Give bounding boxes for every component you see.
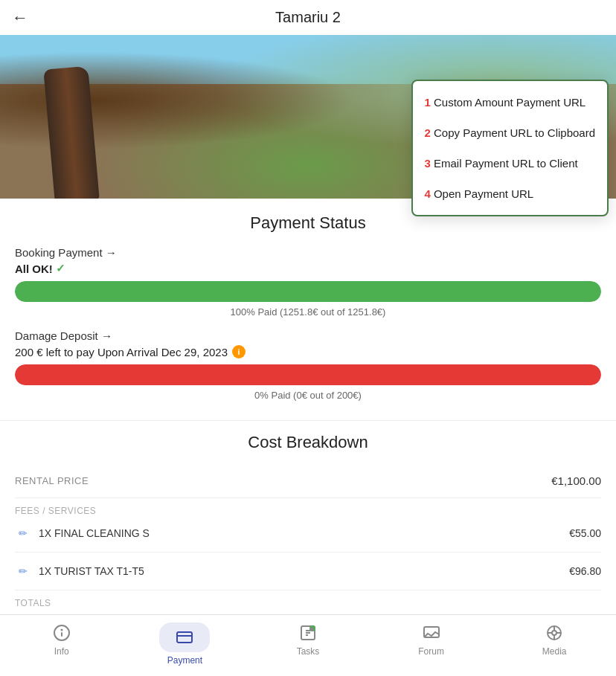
fees-label: FEES / SERVICES (15, 501, 601, 518)
fee-value-1: €55.00 (569, 527, 601, 539)
nav-item-payment[interactable]: Payment (123, 622, 247, 666)
tasks-nav-label: Tasks (297, 646, 320, 657)
rental-price-value: €1,100.00 (551, 474, 601, 487)
dropdown-item-2[interactable]: 2 Copy Payment URL to Clipboard (413, 118, 607, 148)
payment-status-section: Payment Status Booking Payment → All OK!… (0, 199, 616, 420)
nav-item-tasks[interactable]: 3 Tasks (246, 622, 370, 666)
info-nav-icon (51, 622, 72, 643)
payment-nav-icon (174, 627, 195, 648)
cost-breakdown-title: Cost Breakdown (15, 433, 601, 452)
damage-deposit-status: 200 € left to pay Upon Arrival Dec 29, 2… (15, 345, 601, 358)
svg-rect-3 (177, 632, 192, 643)
info-icon: i (232, 345, 246, 358)
nav-item-media[interactable]: Media (493, 622, 616, 666)
nav-item-forum[interactable]: Forum (370, 622, 493, 666)
divider-1 (15, 498, 601, 498)
back-button[interactable]: ← (12, 8, 28, 28)
forum-nav-label: Forum (418, 646, 444, 657)
page-title: Tamariu 2 (275, 9, 341, 26)
damage-progress-label: 0% Paid (0€ out of 200€) (15, 390, 601, 401)
edit-icon-1[interactable]: ✏ (15, 525, 31, 541)
dropdown-item-3[interactable]: 3 Email Payment URL to Client (413, 148, 607, 178)
svg-point-13 (552, 631, 556, 635)
media-nav-icon (544, 622, 565, 643)
forum-nav-icon (421, 622, 442, 643)
divider-2 (15, 552, 601, 553)
booking-progress-fill (15, 281, 601, 302)
rental-price-label: RENTAL PRICE (15, 475, 89, 486)
tasks-nav-icon: 3 (298, 622, 318, 643)
fee-value-2: €96.80 (569, 565, 601, 577)
dropdown-item-4[interactable]: 4 Open Payment URL (413, 178, 607, 209)
damage-deposit-label[interactable]: Damage Deposit → (15, 329, 601, 342)
media-nav-label: Media (542, 646, 567, 657)
damage-progress-bar (15, 364, 601, 385)
hero-container: 1 Custom Amount Payment URL 2 Copy Payme… (0, 35, 616, 199)
info-nav-label: Info (54, 646, 69, 657)
app-header: ← Tamariu 2 (0, 0, 616, 35)
totals-label: TOTALS (15, 593, 601, 610)
booking-progress-label: 100% Paid (1251.8€ out of 1251.8€) (15, 306, 601, 318)
divider-3 (15, 590, 601, 590)
dropdown-item-1[interactable]: 1 Custom Amount Payment URL (413, 87, 607, 118)
payment-nav-bg (159, 622, 210, 652)
payment-nav-label: Payment (167, 655, 202, 666)
damage-progress-fill (15, 364, 601, 385)
rental-price-row: RENTAL PRICE €1,100.00 (15, 467, 601, 495)
booking-progress-bar (15, 281, 601, 302)
bottom-nav: Info Payment 3 Tasks (0, 614, 616, 676)
fee-row-1: ✏ 1X FINAL CLEANING S €55.00 (15, 518, 601, 549)
edit-icon-2[interactable]: ✏ (15, 563, 31, 579)
dropdown-menu: 1 Custom Amount Payment URL 2 Copy Payme… (411, 80, 609, 216)
fee-label-1: 1X FINAL CLEANING S (39, 527, 150, 539)
booking-payment-label[interactable]: Booking Payment → (15, 246, 601, 259)
fee-row-2: ✏ 1X TURIST TAX T1-T5 €96.80 (15, 556, 601, 587)
fee-label-2: 1X TURIST TAX T1-T5 (39, 565, 144, 577)
nav-item-info[interactable]: Info (0, 622, 123, 666)
booking-status: All OK! ✓ (15, 262, 601, 275)
